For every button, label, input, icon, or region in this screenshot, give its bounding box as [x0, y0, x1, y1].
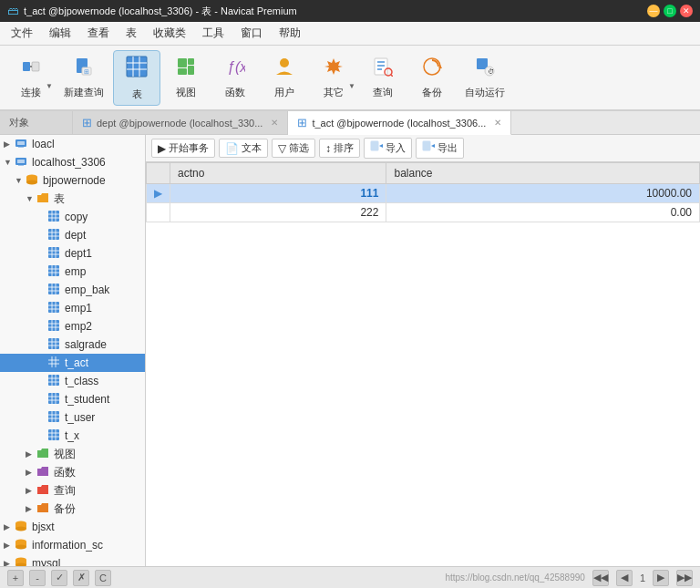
obj-button-export[interactable]: 导出	[416, 138, 464, 159]
table-row[interactable]: ▶11110000.00	[147, 184, 700, 203]
connect-icon	[21, 57, 41, 82]
maximize-button[interactable]: □	[664, 5, 676, 17]
sidebar-item-t_student[interactable]: t_student	[0, 390, 145, 408]
cell-actno[interactable]: 222	[170, 203, 386, 222]
tree-label-copy: copy	[65, 211, 88, 223]
table-row[interactable]: 2220.00	[147, 203, 700, 222]
col-actno[interactable]: actno	[170, 163, 386, 184]
sidebar-item-func-folder[interactable]: ▶函数	[0, 463, 145, 481]
close-button[interactable]: ✕	[680, 5, 693, 17]
svg-rect-0	[23, 62, 30, 71]
minimize-button[interactable]: —	[647, 5, 660, 17]
sidebar-item-localhost[interactable]: ▼localhost_3306	[0, 153, 145, 171]
content-area: ▶开始事务📄文本▽筛选↕排序导入导出 actno balance ▶111100…	[146, 135, 700, 566]
obj-button-start-transaction[interactable]: ▶开始事务	[151, 139, 215, 158]
menu-item-编辑[interactable]: 编辑	[42, 23, 78, 44]
sidebar-item-bjsxt[interactable]: ▶bjsxt	[0, 518, 145, 536]
obj-button-import[interactable]: 导入	[364, 138, 412, 159]
sidebar-item-dept1[interactable]: dept1	[0, 244, 145, 263]
sidebar-item-dept[interactable]: dept	[0, 226, 145, 244]
tree-icon-emp2	[47, 319, 62, 335]
sidebar-item-emp_bak[interactable]: emp_bak	[0, 281, 145, 299]
obj-button-sort[interactable]: ↕排序	[319, 139, 360, 158]
toolbar-button-function[interactable]: ƒ(x)函数	[211, 53, 259, 103]
new-query-icon: ⊞	[74, 57, 94, 82]
toolbar: 连接▼⊞新建查询表视图ƒ(x)函数用户其它▼查询备份⏱自动运行	[0, 46, 700, 111]
sidebar-item-bjpowernode[interactable]: ▼bjpowernode	[0, 171, 145, 190]
sidebar-item-query-folder[interactable]: ▶查询	[0, 481, 145, 500]
sidebar-item-copy[interactable]: copy	[0, 208, 145, 226]
sidebar-item-information_sc[interactable]: ▶information_sc	[0, 536, 145, 554]
tree-icon-func-folder	[36, 465, 51, 480]
sidebar-item-tables-folder[interactable]: ▼表	[0, 190, 145, 208]
tab-tact[interactable]: ⊞ t_act @bjpowernode (localhost_3306... …	[288, 111, 511, 135]
toolbar-button-table[interactable]: 表	[113, 50, 160, 106]
main-layout: ▶loacl▼localhost_3306▼bjpowernode▼表copyd…	[0, 135, 700, 566]
nav-last-button[interactable]: ▶▶	[676, 570, 693, 586]
tree-label-emp_bak: emp_bak	[65, 284, 109, 296]
confirm-button[interactable]: ✓	[51, 570, 67, 586]
remove-record-button[interactable]: -	[29, 570, 46, 586]
menu-item-工具[interactable]: 工具	[195, 23, 232, 44]
arrow-mysql: ▶	[4, 559, 15, 566]
menu-item-收藏类[interactable]: 收藏类	[146, 23, 193, 44]
sidebar-item-backup-folder[interactable]: ▶备份	[0, 500, 145, 518]
tree-label-mysql: mysql	[32, 557, 60, 566]
svg-point-107	[15, 544, 26, 549]
menu-item-表[interactable]: 表	[118, 23, 144, 44]
sidebar-item-emp[interactable]: emp	[0, 263, 145, 281]
cell-actno[interactable]: 111	[170, 184, 386, 203]
menu-item-查看[interactable]: 查看	[80, 23, 117, 44]
sidebar-item-views-folder[interactable]: ▶视图	[0, 445, 145, 463]
col-balance[interactable]: balance	[386, 163, 700, 184]
tab-object[interactable]: 对象	[0, 111, 73, 134]
sidebar-item-salgrade[interactable]: salgrade	[0, 335, 145, 354]
svg-rect-52	[48, 265, 59, 276]
add-record-button[interactable]: +	[7, 570, 24, 586]
toolbar-button-other[interactable]: 其它▼	[310, 53, 357, 103]
menu-item-帮助[interactable]: 帮助	[272, 23, 308, 44]
sidebar-item-t_class[interactable]: t_class	[0, 372, 145, 390]
tab-tact-close[interactable]: ✕	[494, 118, 501, 128]
export-label: 导出	[438, 141, 458, 155]
svg-rect-29	[17, 141, 25, 145]
import-label: 导入	[386, 141, 406, 155]
menu-item-文件[interactable]: 文件	[4, 23, 40, 44]
tab-dept[interactable]: ⊞ dept @bjpowernode (localhost_330... ✕	[73, 111, 288, 134]
sidebar-item-t_act[interactable]: t_act	[0, 354, 145, 372]
arrow-information_sc: ▶	[4, 541, 15, 550]
obj-button-filter[interactable]: ▽筛选	[272, 139, 315, 158]
cell-balance[interactable]: 10000.00	[386, 184, 700, 203]
sidebar-item-emp1[interactable]: emp1	[0, 299, 145, 317]
toolbar-button-backup[interactable]: 备份	[408, 53, 456, 103]
tree-label-loacl: loacl	[32, 138, 55, 150]
arrow-loacl: ▶	[4, 139, 15, 149]
tab-tact-label: t_act @bjpowernode (localhost_3306...	[312, 118, 486, 129]
sidebar-item-t_x[interactable]: t_x	[0, 427, 145, 445]
obj-button-text[interactable]: 📄文本	[219, 139, 268, 158]
sidebar-item-loacl[interactable]: ▶loacl	[0, 135, 145, 153]
tree-label-bjsxt: bjsxt	[32, 521, 55, 533]
tab-dept-close[interactable]: ✕	[271, 118, 278, 128]
svg-rect-57	[48, 284, 59, 294]
toolbar-button-new-query[interactable]: ⊞新建查询	[57, 53, 111, 103]
svg-rect-77	[48, 356, 59, 367]
toolbar-button-connect[interactable]: 连接▼	[7, 53, 55, 103]
nav-first-button[interactable]: ◀◀	[592, 570, 609, 586]
menu-item-窗口[interactable]: 窗口	[233, 23, 270, 44]
sidebar-item-t_user[interactable]: t_user	[0, 408, 145, 427]
svg-rect-6	[127, 57, 147, 77]
sidebar-item-emp2[interactable]: emp2	[0, 317, 145, 335]
refresh-button[interactable]: C	[95, 570, 111, 586]
nav-next-button[interactable]: ▶	[653, 570, 669, 586]
svg-point-36	[26, 180, 37, 184]
toolbar-button-view[interactable]: 视图	[162, 53, 210, 103]
cell-balance[interactable]: 0.00	[386, 203, 700, 222]
nav-prev-button[interactable]: ◀	[616, 570, 633, 586]
sidebar-item-mysql[interactable]: ▶mysql	[0, 554, 145, 566]
cancel-button[interactable]: ✗	[73, 570, 89, 586]
toolbar-button-autorun[interactable]: ⏱自动运行	[458, 53, 512, 103]
svg-rect-62	[48, 302, 59, 313]
toolbar-button-user[interactable]: 用户	[261, 53, 308, 103]
toolbar-button-query[interactable]: 查询	[359, 53, 407, 103]
